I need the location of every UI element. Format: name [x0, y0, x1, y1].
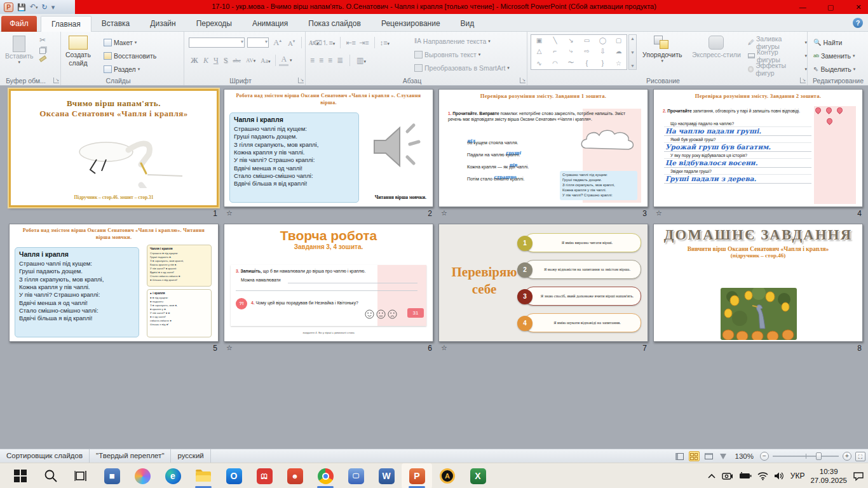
edge-icon[interactable]: e	[158, 463, 188, 488]
zoom-slider[interactable]	[773, 456, 839, 457]
shape-outline-button[interactable]: Контур фигуры▾	[748, 50, 807, 61]
slide-thumbnail-6[interactable]: Творча робота Завдання 3, 4 зошита. 3. З…	[224, 224, 433, 342]
chrome-icon[interactable]	[310, 463, 341, 488]
start-button[interactable]	[5, 463, 36, 488]
view-name-status[interactable]: Сортировщик слайдов	[0, 449, 90, 463]
books-app-icon[interactable]: 🕮	[249, 463, 280, 488]
strikethrough-button[interactable]: abc	[231, 57, 243, 64]
character-spacing-button[interactable]: AV▾	[244, 57, 257, 64]
slide-thumbnail-7[interactable]: Перевіряюсебе 1 Я вмію виразно читати ві…	[438, 224, 648, 342]
oval-shape-icon[interactable]: ◯	[599, 37, 606, 44]
wifi-icon[interactable]	[757, 472, 768, 480]
slide-thumbnail-1[interactable]: Вчимо вірш напам'ять. Оксана Сенатович «…	[9, 89, 219, 207]
shapes-gallery[interactable]: ▣╲↘▭◯▢ △⌐⤷⇨⇩☁ ∿◠〜{}☆	[531, 34, 627, 70]
redo-icon[interactable]: ↻	[41, 0, 47, 14]
clock[interactable]: 10:3927.09.2025	[810, 467, 847, 485]
brace-right-shape-icon[interactable]: }	[602, 60, 604, 67]
font-name-combo[interactable]	[189, 37, 245, 48]
tab-view[interactable]: Вид	[451, 16, 485, 32]
paste-button[interactable]: Вставить▾	[5, 36, 34, 65]
person-app-icon[interactable]: ☻	[280, 463, 310, 488]
smartart-button[interactable]: Преобразовать в SmartArt▾	[414, 62, 510, 73]
replace-button[interactable]: abЗаменить▾	[813, 50, 855, 61]
arrange-button[interactable]: Упорядочить▾	[642, 36, 682, 64]
restore-button[interactable]: ▢	[825, 3, 836, 11]
tab-home[interactable]: Главная	[41, 16, 92, 32]
arc-shape-icon[interactable]: ◠	[552, 60, 558, 67]
reset-button[interactable]: Восстановить	[104, 50, 156, 61]
find-button[interactable]: 🔍Найти	[813, 37, 855, 48]
triangle-shape-icon[interactable]: △	[537, 48, 542, 55]
language-indicator[interactable]: УКР	[790, 471, 805, 480]
slideshow-view-button[interactable]	[718, 451, 729, 461]
outlook-icon[interactable]: O	[219, 463, 249, 488]
brace-left-shape-icon[interactable]: {	[586, 60, 588, 67]
word-icon[interactable]: W	[371, 463, 402, 488]
align-left-icon[interactable]: ≡	[310, 56, 315, 65]
theme-name-status[interactable]: "Твердый переплет"	[90, 449, 171, 463]
undo-icon[interactable]: ↶▾	[30, 0, 38, 15]
cloud-shape-icon[interactable]: ☁	[616, 48, 622, 55]
fit-to-window-button[interactable]: ⛶	[855, 452, 865, 461]
zoom-slider-thumb[interactable]	[816, 452, 822, 460]
normal-view-button[interactable]	[674, 451, 685, 461]
select-button[interactable]: ⇖Выделить▾	[813, 64, 855, 74]
shape-effects-button[interactable]: Эффекты фигур▾	[748, 64, 807, 74]
clipboard-dialog-launcher[interactable]: ↘	[53, 78, 59, 83]
curve-shape-icon[interactable]: 〜	[568, 58, 574, 67]
rectangle-shape-icon[interactable]: ▭	[584, 37, 590, 44]
align-center-icon[interactable]: ≡	[319, 56, 323, 65]
tab-insert[interactable]: Вставка	[92, 16, 140, 32]
change-case-button[interactable]: Aa▾	[259, 57, 272, 64]
star-shape-icon[interactable]: ☆	[616, 60, 621, 67]
notifications-icon[interactable]	[853, 471, 864, 481]
copilot-icon[interactable]	[127, 463, 158, 488]
increase-indent-icon[interactable]: ⇥≡	[359, 39, 369, 47]
slide-sorter-view-button[interactable]	[689, 451, 700, 461]
shapes-gallery-scroll[interactable]: ▲▼▼	[628, 34, 637, 70]
aimp-icon[interactable]: A	[432, 463, 463, 488]
camera-tray-icon[interactable]	[722, 471, 733, 480]
copy-icon[interactable]	[39, 48, 46, 54]
grow-font-button[interactable]: A▴	[271, 37, 283, 48]
file-explorer-icon[interactable]	[188, 463, 219, 488]
textbox-shape-icon[interactable]: ▣	[536, 37, 542, 44]
language-status[interactable]: русский	[171, 449, 210, 463]
shape-fill-button[interactable]: 🖉Заливка фигуры▾	[748, 37, 807, 48]
decrease-indent-icon[interactable]: ⇤≡	[346, 39, 356, 47]
text-direction-button[interactable]: ‖AНаправление текста▾	[414, 36, 510, 46]
connector-shape-icon[interactable]: ⤷	[569, 47, 573, 55]
layout-button[interactable]: Макет▾	[104, 37, 156, 48]
calculator-icon[interactable]: ▦	[97, 463, 127, 488]
search-icon[interactable]	[36, 463, 66, 488]
align-text-button[interactable]: Выровнять текст▾	[414, 49, 510, 60]
tab-design[interactable]: Дизайн	[140, 16, 186, 32]
tab-animations[interactable]: Анимация	[242, 16, 298, 32]
paragraph-dialog-launcher[interactable]: ↘	[520, 78, 526, 83]
font-dialog-launcher[interactable]: ↘	[298, 78, 304, 83]
scribble-shape-icon[interactable]: ∿	[536, 60, 541, 67]
tab-review[interactable]: Рецензирование	[371, 16, 451, 32]
bullets-icon[interactable]: ⁝≡▾	[310, 39, 318, 47]
remote-desktop-icon[interactable]: 🖵	[341, 463, 371, 488]
italic-button[interactable]: K	[201, 56, 210, 65]
slide-thumbnail-2[interactable]: Робота над змістом вірша Оксани Сенатови…	[224, 89, 433, 207]
slide-thumbnail-3[interactable]: Перевірка розуміння змісту. Завдання 1 з…	[438, 89, 648, 207]
down-arrow-shape-icon[interactable]: ⇩	[600, 48, 605, 55]
help-icon[interactable]: ?	[853, 18, 863, 28]
battery-icon[interactable]	[739, 472, 752, 480]
section-button[interactable]: Раздел▾	[104, 64, 156, 74]
numbering-icon[interactable]: ⒈≡▾	[322, 38, 335, 48]
slide-sorter-area[interactable]: Вчимо вірш напам'ять. Оксана Сенатович «…	[0, 86, 868, 449]
zoom-in-button[interactable]: +	[843, 452, 851, 461]
slide-thumbnail-8[interactable]: ДОМАШНЄ ЗАВДАННЯ Вивчити вірш Оксани Сен…	[653, 224, 863, 342]
tray-chevron-icon[interactable]	[707, 473, 716, 479]
text-shadow-button[interactable]: S	[222, 56, 230, 65]
shrink-font-button[interactable]: A▾	[286, 39, 297, 47]
close-button[interactable]: ✕	[853, 3, 864, 11]
excel-icon[interactable]: X	[463, 463, 493, 488]
line-spacing-icon[interactable]: ↕≡▾	[380, 39, 390, 46]
slide-thumbnail-5[interactable]: Робота над змістом вірша Оксани Сенатови…	[9, 224, 219, 342]
speaker-icon[interactable]	[369, 120, 426, 177]
format-painter-icon[interactable]	[39, 55, 47, 62]
